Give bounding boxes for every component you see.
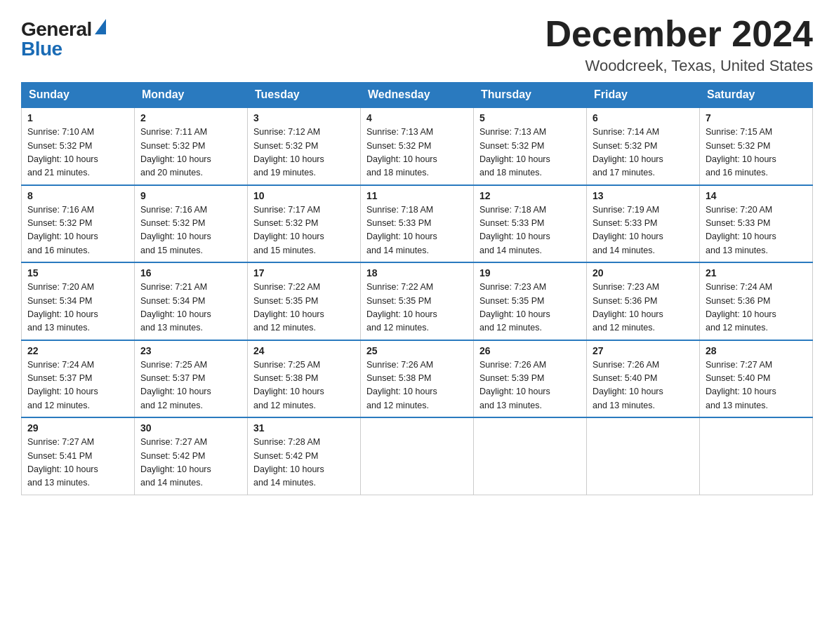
- day-number: 2: [140, 112, 241, 123]
- calendar-week-row: 1 Sunrise: 7:10 AMSunset: 5:32 PMDayligh…: [22, 107, 813, 185]
- day-number: 1: [27, 112, 128, 123]
- calendar-cell: [474, 417, 587, 495]
- calendar-cell: 11 Sunrise: 7:18 AMSunset: 5:33 PMDaylig…: [361, 185, 474, 263]
- day-number: 20: [593, 267, 694, 279]
- day-number: 17: [253, 267, 355, 279]
- day-info: Sunrise: 7:27 AMSunset: 5:40 PMDaylight:…: [706, 360, 776, 410]
- day-info: Sunrise: 7:17 AMSunset: 5:32 PMDaylight:…: [253, 205, 324, 255]
- day-info: Sunrise: 7:20 AMSunset: 5:34 PMDaylight:…: [27, 282, 98, 333]
- calendar-week-row: 29 Sunrise: 7:27 AMSunset: 5:41 PMDaylig…: [22, 417, 813, 495]
- day-number: 26: [479, 345, 581, 356]
- calendar-cell: 29 Sunrise: 7:27 AMSunset: 5:41 PMDaylig…: [22, 417, 135, 495]
- calendar-cell: 23 Sunrise: 7:25 AMSunset: 5:37 PMDaylig…: [135, 340, 248, 418]
- day-number: 15: [27, 267, 128, 279]
- page-header: General Blue December 2024 Woodcreek, Te…: [21, 14, 813, 75]
- day-number: 25: [366, 345, 468, 356]
- calendar-cell: 14 Sunrise: 7:20 AMSunset: 5:33 PMDaylig…: [700, 185, 813, 263]
- calendar-cell: 25 Sunrise: 7:26 AMSunset: 5:38 PMDaylig…: [361, 340, 474, 418]
- day-info: Sunrise: 7:26 AMSunset: 5:40 PMDaylight:…: [593, 360, 663, 410]
- calendar-cell: [361, 417, 474, 495]
- calendar-cell: 19 Sunrise: 7:23 AMSunset: 5:35 PMDaylig…: [474, 262, 587, 340]
- logo: General Blue: [21, 20, 106, 59]
- day-info: Sunrise: 7:16 AMSunset: 5:32 PMDaylight:…: [27, 205, 98, 255]
- day-number: 31: [253, 422, 355, 434]
- day-number: 13: [593, 190, 694, 201]
- day-info: Sunrise: 7:27 AMSunset: 5:42 PMDaylight:…: [140, 437, 211, 488]
- day-number: 29: [27, 422, 128, 434]
- calendar-cell: 18 Sunrise: 7:22 AMSunset: 5:35 PMDaylig…: [361, 262, 474, 340]
- calendar-cell: 13 Sunrise: 7:19 AMSunset: 5:33 PMDaylig…: [587, 185, 700, 263]
- calendar-cell: 2 Sunrise: 7:11 AMSunset: 5:32 PMDayligh…: [135, 107, 248, 185]
- calendar-cell: 17 Sunrise: 7:22 AMSunset: 5:35 PMDaylig…: [248, 262, 361, 340]
- calendar-cell: 6 Sunrise: 7:14 AMSunset: 5:32 PMDayligh…: [587, 107, 700, 185]
- day-info: Sunrise: 7:16 AMSunset: 5:32 PMDaylight:…: [140, 205, 211, 255]
- day-info: Sunrise: 7:18 AMSunset: 5:33 PMDaylight:…: [366, 205, 437, 255]
- day-number: 21: [706, 267, 807, 279]
- day-number: 4: [366, 112, 468, 123]
- month-year-title: December 2024: [545, 14, 813, 54]
- day-info: Sunrise: 7:25 AMSunset: 5:37 PMDaylight:…: [140, 360, 211, 410]
- calendar-cell: 27 Sunrise: 7:26 AMSunset: 5:40 PMDaylig…: [587, 340, 700, 418]
- day-number: 23: [140, 345, 241, 356]
- day-number: 16: [140, 267, 241, 279]
- day-number: 11: [366, 190, 468, 201]
- calendar-header-row: SundayMondayTuesdayWednesdayThursdayFrid…: [22, 83, 813, 108]
- header-tuesday: Tuesday: [248, 83, 361, 108]
- calendar-cell: 5 Sunrise: 7:13 AMSunset: 5:32 PMDayligh…: [474, 107, 587, 185]
- day-info: Sunrise: 7:26 AMSunset: 5:38 PMDaylight:…: [366, 360, 437, 410]
- day-info: Sunrise: 7:22 AMSunset: 5:35 PMDaylight:…: [366, 282, 437, 333]
- day-number: 10: [253, 190, 355, 201]
- day-number: 12: [479, 190, 581, 201]
- calendar-cell: 7 Sunrise: 7:15 AMSunset: 5:32 PMDayligh…: [700, 107, 813, 185]
- calendar-cell: 4 Sunrise: 7:13 AMSunset: 5:32 PMDayligh…: [361, 107, 474, 185]
- header-saturday: Saturday: [700, 83, 813, 108]
- day-info: Sunrise: 7:14 AMSunset: 5:32 PMDaylight:…: [593, 127, 663, 177]
- calendar-cell: 20 Sunrise: 7:23 AMSunset: 5:36 PMDaylig…: [587, 262, 700, 340]
- day-info: Sunrise: 7:18 AMSunset: 5:33 PMDaylight:…: [479, 205, 550, 255]
- day-number: 9: [140, 190, 241, 201]
- day-info: Sunrise: 7:23 AMSunset: 5:36 PMDaylight:…: [593, 282, 663, 333]
- day-info: Sunrise: 7:13 AMSunset: 5:32 PMDaylight:…: [366, 127, 437, 177]
- calendar-cell: 9 Sunrise: 7:16 AMSunset: 5:32 PMDayligh…: [135, 185, 248, 263]
- day-number: 27: [593, 345, 694, 356]
- day-info: Sunrise: 7:15 AMSunset: 5:32 PMDaylight:…: [706, 127, 776, 177]
- header-sunday: Sunday: [22, 83, 135, 108]
- day-info: Sunrise: 7:23 AMSunset: 5:35 PMDaylight:…: [479, 282, 550, 333]
- day-info: Sunrise: 7:24 AMSunset: 5:37 PMDaylight:…: [27, 360, 98, 410]
- logo-triangle-icon: [95, 19, 106, 34]
- calendar-week-row: 8 Sunrise: 7:16 AMSunset: 5:32 PMDayligh…: [22, 185, 813, 263]
- day-number: 6: [593, 112, 694, 123]
- location-title: Woodcreek, Texas, United States: [545, 57, 813, 75]
- calendar-cell: 10 Sunrise: 7:17 AMSunset: 5:32 PMDaylig…: [248, 185, 361, 263]
- day-info: Sunrise: 7:24 AMSunset: 5:36 PMDaylight:…: [706, 282, 776, 333]
- day-number: 30: [140, 422, 241, 434]
- calendar-cell: [700, 417, 813, 495]
- day-number: 18: [366, 267, 468, 279]
- calendar-cell: [587, 417, 700, 495]
- calendar-cell: 21 Sunrise: 7:24 AMSunset: 5:36 PMDaylig…: [700, 262, 813, 340]
- day-info: Sunrise: 7:10 AMSunset: 5:32 PMDaylight:…: [27, 127, 98, 177]
- calendar-cell: 30 Sunrise: 7:27 AMSunset: 5:42 PMDaylig…: [135, 417, 248, 495]
- day-info: Sunrise: 7:21 AMSunset: 5:34 PMDaylight:…: [140, 282, 211, 333]
- calendar-cell: 31 Sunrise: 7:28 AMSunset: 5:42 PMDaylig…: [248, 417, 361, 495]
- day-info: Sunrise: 7:13 AMSunset: 5:32 PMDaylight:…: [479, 127, 550, 177]
- calendar-week-row: 22 Sunrise: 7:24 AMSunset: 5:37 PMDaylig…: [22, 340, 813, 418]
- header-wednesday: Wednesday: [361, 83, 474, 108]
- calendar-cell: 22 Sunrise: 7:24 AMSunset: 5:37 PMDaylig…: [22, 340, 135, 418]
- day-number: 24: [253, 345, 355, 356]
- day-info: Sunrise: 7:22 AMSunset: 5:35 PMDaylight:…: [253, 282, 324, 333]
- header-monday: Monday: [135, 83, 248, 108]
- day-info: Sunrise: 7:28 AMSunset: 5:42 PMDaylight:…: [253, 437, 324, 488]
- logo-general-text: General: [21, 20, 92, 39]
- day-number: 8: [27, 190, 128, 201]
- logo-blue-text: Blue: [21, 38, 62, 60]
- calendar-week-row: 15 Sunrise: 7:20 AMSunset: 5:34 PMDaylig…: [22, 262, 813, 340]
- calendar-cell: 28 Sunrise: 7:27 AMSunset: 5:40 PMDaylig…: [700, 340, 813, 418]
- calendar-cell: 3 Sunrise: 7:12 AMSunset: 5:32 PMDayligh…: [248, 107, 361, 185]
- calendar-cell: 15 Sunrise: 7:20 AMSunset: 5:34 PMDaylig…: [22, 262, 135, 340]
- day-info: Sunrise: 7:20 AMSunset: 5:33 PMDaylight:…: [706, 205, 776, 255]
- day-number: 22: [27, 345, 128, 356]
- day-number: 14: [706, 190, 807, 201]
- day-number: 19: [479, 267, 581, 279]
- calendar-cell: 24 Sunrise: 7:25 AMSunset: 5:38 PMDaylig…: [248, 340, 361, 418]
